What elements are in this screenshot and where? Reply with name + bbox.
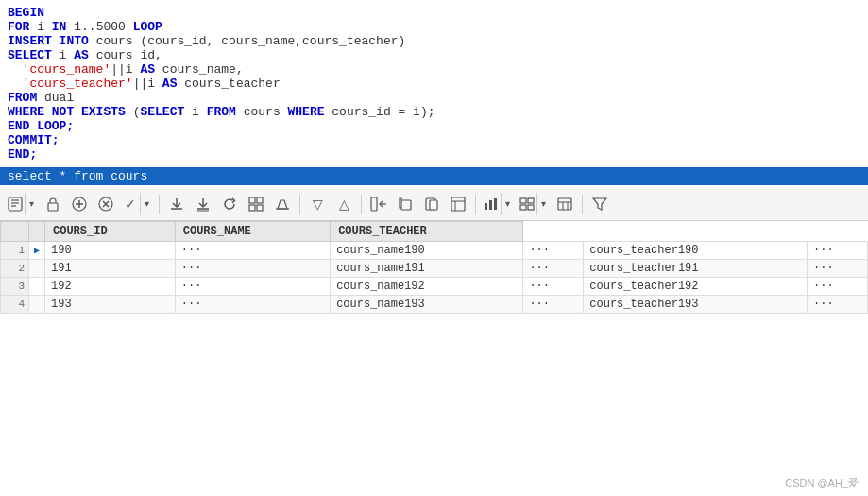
cell-cours-name-val-1: cours_name190: [331, 242, 523, 260]
clear-btn[interactable]: [271, 193, 294, 215]
selected-sql-line[interactable]: select * from cours: [0, 167, 868, 185]
watermark: CSDN @AH_爱: [785, 476, 859, 490]
execute-dropdown-btn[interactable]: ▾: [25, 193, 38, 215]
cell-cours-name-2: ···: [175, 260, 330, 278]
cell-cours-teacher-end-2: ···: [808, 260, 868, 278]
svg-rect-33: [528, 198, 534, 203]
svg-rect-31: [494, 198, 497, 210]
cell-cours-name-val-2: cours_name191: [331, 260, 523, 278]
filter-up-btn[interactable]: ▽: [306, 193, 329, 215]
cell-cours-teacher-ellipsis-3: ···: [523, 278, 584, 296]
divider-1: [159, 195, 160, 214]
svg-marker-40: [593, 198, 606, 210]
row-num-4: 4: [1, 296, 29, 314]
divider-3: [361, 195, 362, 214]
cell-cours-teacher-ellipsis-1: ···: [523, 242, 584, 260]
cell-cours-teacher-val-1: cours_teacher190: [584, 242, 808, 260]
svg-rect-32: [520, 198, 526, 203]
grid2-dropdown-btn[interactable]: ▾: [536, 193, 550, 215]
sql-line-end: END;: [8, 147, 860, 162]
svg-rect-18: [249, 205, 255, 211]
svg-rect-0: [9, 197, 22, 211]
cell-cours-teacher-end-1: ···: [808, 242, 868, 260]
table-row[interactable]: 1 ▶ 190 ··· cours_name190 ··· cours_teac…: [1, 242, 868, 260]
execute-btn[interactable]: [6, 193, 25, 215]
col-header-arrow: [29, 222, 45, 242]
grid-split-btn[interactable]: ▾: [518, 193, 550, 215]
sql-line-end-loop: END LOOP;: [8, 119, 860, 133]
results-table: COURS_ID COURS_NAME COURS_TEACHER 1 ▶ 19…: [0, 221, 868, 314]
row-num-3: 3: [1, 278, 29, 296]
chart-dropdown-btn[interactable]: ▾: [501, 193, 514, 215]
svg-rect-23: [401, 200, 411, 210]
svg-rect-16: [249, 197, 255, 203]
lock-btn[interactable]: [42, 193, 64, 215]
sql-line-commit: COMMIT;: [8, 133, 860, 147]
results-table-area: COURS_ID COURS_NAME COURS_TEACHER 1 ▶ 19…: [0, 221, 868, 314]
table-view-btn[interactable]: [447, 193, 469, 215]
filter-down-btn[interactable]: △: [332, 193, 355, 215]
confirm-split-btn[interactable]: ✓ ▾: [121, 193, 153, 215]
download-all-btn[interactable]: [192, 193, 214, 215]
grid-btn[interactable]: [245, 193, 267, 215]
svg-rect-29: [485, 203, 487, 210]
sql-line-where: WHERE NOT EXISTS (SELECT i FROM cours WH…: [8, 105, 860, 119]
cell-cours-id-1: 190: [45, 242, 176, 260]
sql-line-from: FROM dual: [8, 91, 860, 105]
sql-line-for: FOR i IN 1..5000 LOOP: [8, 20, 860, 34]
sql-line-cours-teacher: 'cours_teacher'||i AS cours_teacher: [8, 77, 860, 91]
chart-split-btn[interactable]: ▾: [482, 193, 514, 215]
row-num-2: 2: [1, 260, 29, 278]
col-header-cours-name[interactable]: COURS_NAME: [175, 222, 330, 242]
cell-cours-teacher-ellipsis-4: ···: [523, 296, 584, 314]
confirm-btn[interactable]: ✓: [121, 193, 140, 215]
confirm-dropdown-btn[interactable]: ▾: [140, 193, 153, 215]
svg-rect-17: [257, 197, 263, 203]
sql-editor[interactable]: BEGIN FOR i IN 1..5000 LOOP INSERT INTO …: [0, 0, 868, 187]
svg-rect-26: [451, 197, 465, 211]
svg-rect-19: [257, 205, 263, 211]
refresh-btn[interactable]: [218, 193, 241, 215]
row-arrow-4: [29, 296, 45, 314]
paste-btn[interactable]: [420, 193, 443, 215]
divider-4: [475, 195, 476, 214]
row-arrow-1: ▶: [29, 242, 45, 260]
row-arrow-2: [29, 260, 45, 278]
divider-2: [299, 195, 300, 214]
cell-cours-teacher-end-3: ···: [808, 278, 868, 296]
row-arrow-3: [29, 278, 45, 296]
svg-rect-34: [520, 205, 526, 210]
table2-btn[interactable]: [553, 193, 576, 215]
execute-split-btn[interactable]: ▾: [6, 193, 38, 215]
row-num-1: 1: [1, 242, 29, 260]
cell-cours-teacher-ellipsis-2: ···: [523, 260, 584, 278]
grid2-btn[interactable]: [518, 193, 536, 215]
cell-cours-name-val-4: cours_name193: [331, 296, 523, 314]
col-header-rownum: [1, 222, 29, 242]
sql-line-insert: INSERT INTO cours (cours_id, cours_name,…: [8, 34, 860, 48]
cell-cours-name-3: ···: [175, 278, 330, 296]
table-row[interactable]: 4 193 ··· cours_name193 ··· cours_teache…: [1, 296, 868, 314]
col-header-cours-id[interactable]: COURS_ID: [45, 222, 176, 242]
table-row[interactable]: 2 191 ··· cours_name191 ··· cours_teache…: [1, 260, 868, 278]
add-btn[interactable]: [68, 193, 91, 215]
delete-btn[interactable]: [94, 193, 117, 215]
cell-cours-name-val-3: cours_name192: [331, 278, 523, 296]
col-left-btn[interactable]: [367, 193, 390, 215]
cell-cours-teacher-val-3: cours_teacher192: [584, 278, 808, 296]
download-btn[interactable]: [165, 193, 188, 215]
svg-rect-25: [430, 200, 437, 210]
table-header-row: COURS_ID COURS_NAME COURS_TEACHER: [1, 222, 868, 242]
sql-line-begin: BEGIN: [8, 6, 860, 20]
copy-btn[interactable]: [394, 193, 417, 215]
divider-5: [582, 195, 583, 214]
results-toolbar: ▾ ✓ ▾ ▽ △: [0, 187, 868, 221]
table-row[interactable]: 3 192 ··· cours_name192 ··· cours_teache…: [1, 278, 868, 296]
svg-rect-30: [489, 200, 492, 210]
cell-cours-id-4: 193: [45, 296, 176, 314]
sql-line-select: SELECT i AS cours_id,: [8, 48, 860, 62]
col-header-cours-teacher[interactable]: COURS_TEACHER: [331, 222, 523, 242]
chart-btn[interactable]: [482, 193, 501, 215]
cell-cours-name-4: ···: [175, 296, 330, 314]
filter-btn[interactable]: [588, 193, 611, 215]
